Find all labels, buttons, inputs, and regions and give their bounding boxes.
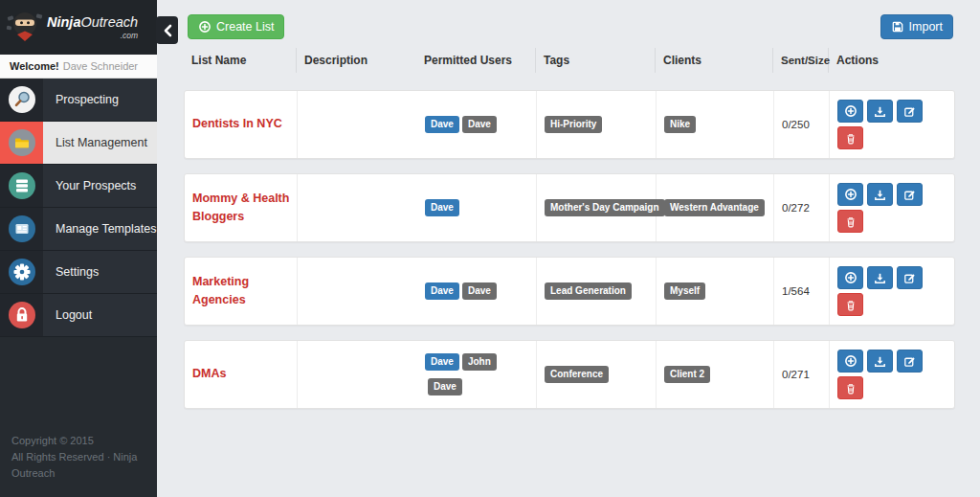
add-button[interactable]	[837, 350, 863, 373]
badge: Lead Generation	[545, 282, 632, 301]
import-button[interactable]: Import	[880, 14, 953, 39]
gear-icon	[0, 251, 43, 293]
delete-button[interactable]	[837, 376, 863, 399]
column-header: Description	[297, 48, 416, 73]
clients-cell: Nike	[657, 91, 774, 158]
export-button[interactable]	[867, 350, 893, 373]
delete-button[interactable]	[837, 293, 863, 316]
badge: Dave	[425, 353, 459, 372]
delete-button[interactable]	[837, 126, 863, 149]
add-button[interactable]	[837, 266, 863, 289]
import-label: Import	[909, 20, 943, 34]
description-cell	[298, 341, 417, 408]
tags-cell: Lead Generation	[537, 258, 657, 325]
main-content: Create List Import List NameDescriptionP…	[157, 0, 980, 497]
sent-size-cell: 0/271	[774, 341, 830, 408]
actions-cell	[830, 258, 954, 325]
download-icon	[874, 272, 886, 284]
column-header: List Name	[184, 48, 297, 73]
plus-circle-icon	[198, 20, 212, 34]
edit-icon	[903, 272, 916, 284]
badge: Conference	[545, 366, 609, 384]
list-name-link[interactable]: DMAs	[192, 365, 226, 383]
add-button[interactable]	[837, 100, 863, 123]
actions-cell	[830, 91, 954, 158]
templates-icon	[0, 208, 43, 250]
sidebar-item-settings[interactable]: Settings	[0, 251, 157, 294]
save-icon	[891, 20, 904, 34]
sidebar-item-prospecting[interactable]: Prospecting	[0, 79, 157, 122]
plus-circle-icon	[844, 104, 858, 118]
badge: John	[462, 353, 497, 372]
badge: Dave	[425, 282, 459, 301]
sidebar-item-label: List Management	[43, 122, 157, 164]
badge: Mother's Day Campaign	[545, 199, 665, 217]
badge: Western Advantage	[664, 199, 765, 217]
sent-size-cell: 1/564	[774, 258, 830, 325]
app-window: NinjaOutreach .com Welcome!Dave Schneide…	[0, 0, 980, 497]
list-name-link[interactable]: Mommy & Health Bloggers	[192, 190, 293, 227]
column-header: Tags	[536, 48, 656, 73]
badge: Dave	[462, 282, 497, 301]
column-header: Actions	[829, 48, 955, 73]
sidebar-menu: ProspectingList ManagementYour Prospects…	[0, 79, 157, 337]
tags-cell: Conference	[537, 341, 657, 408]
badge: Nike	[664, 116, 696, 134]
copyright: Copyright © 2015 All Rights Reserved · N…	[11, 433, 157, 482]
column-header: Clients	[656, 48, 773, 73]
table-row: Marketing AgenciesDaveDaveLead Generatio…	[184, 257, 955, 326]
export-button[interactable]	[867, 100, 893, 123]
edit-icon	[903, 189, 916, 201]
sidebar-collapse-button[interactable]	[156, 16, 178, 44]
clients-cell: Western Advantage	[657, 174, 774, 241]
edit-icon	[903, 355, 916, 368]
plus-circle-icon	[844, 271, 858, 284]
column-header: Sent/Size	[773, 48, 829, 73]
sidebar-item-list-management[interactable]: List Management	[0, 122, 157, 165]
delete-button[interactable]	[837, 210, 863, 233]
badge: Myself	[664, 282, 705, 301]
export-button[interactable]	[867, 266, 893, 289]
brand-logo[interactable]: NinjaOutreach .com	[0, 0, 157, 55]
download-icon	[874, 105, 886, 118]
table-row: Dentists In NYCDaveDaveHi-PriorityNike0/…	[184, 90, 955, 159]
brand-name: NinjaOutreach .com	[47, 15, 138, 39]
tags-cell: Mother's Day Campaign	[537, 174, 657, 241]
permitted-users-cell: Dave	[417, 174, 537, 241]
chevron-left-icon	[163, 24, 172, 37]
sidebar-item-your-prospects[interactable]: Your Prospects	[0, 165, 157, 208]
lock-icon	[0, 294, 43, 336]
search-icon	[0, 79, 43, 121]
table-header: List NameDescriptionPermitted UsersTagsC…	[184, 48, 955, 73]
description-cell	[298, 91, 417, 158]
welcome-bar: Welcome!Dave Schneider	[0, 55, 157, 79]
column-header: Permitted Users	[416, 48, 536, 73]
add-button[interactable]	[837, 183, 863, 206]
description-cell	[298, 174, 417, 241]
lists-table: List NameDescriptionPermitted UsersTagsC…	[184, 48, 955, 423]
user-name: Dave Schneider	[63, 60, 138, 72]
permitted-users-cell: DaveDave	[417, 91, 537, 158]
sent-size-cell: 0/272	[774, 174, 830, 241]
badge: Hi-Priority	[545, 116, 602, 134]
sidebar-item-label: Manage Templates	[43, 208, 157, 250]
welcome-prefix: Welcome!	[10, 60, 59, 72]
sidebar-item-manage-templates[interactable]: Manage Templates	[0, 208, 157, 251]
actions-cell	[830, 341, 954, 408]
edit-button[interactable]	[897, 266, 923, 289]
create-list-button[interactable]: Create List	[188, 14, 284, 39]
clients-cell: Myself	[657, 258, 774, 325]
edit-button[interactable]	[897, 100, 923, 123]
folder-icon	[0, 122, 43, 164]
list-name-link[interactable]: Dentists In NYC	[192, 115, 282, 133]
list-icon	[0, 165, 43, 207]
sidebar-item-logout[interactable]: Logout	[0, 294, 157, 337]
badge: Dave	[428, 378, 462, 396]
edit-button[interactable]	[897, 350, 923, 373]
plus-circle-icon	[844, 354, 858, 368]
list-name-link[interactable]: Marketing Agencies	[192, 273, 293, 310]
export-button[interactable]	[867, 183, 893, 206]
edit-button[interactable]	[897, 183, 923, 206]
badge: Client 2	[664, 366, 710, 384]
sent-size-cell: 0/250	[774, 91, 830, 158]
